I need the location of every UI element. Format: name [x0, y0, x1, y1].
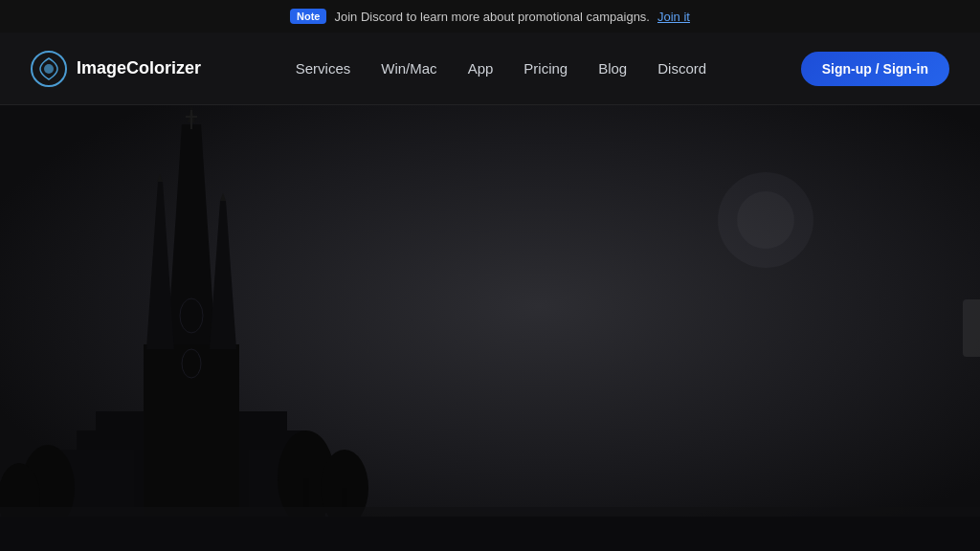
nav-app[interactable]: App: [468, 60, 494, 77]
announcement-bar: Note Join Discord to learn more about pr…: [0, 0, 980, 33]
hero-silhouette: [0, 105, 980, 551]
signup-button[interactable]: Sign-up / Sign-in: [801, 52, 949, 86]
side-panel[interactable]: [963, 299, 980, 357]
navbar: ImageColorizer Services Win/Mac App Pric…: [0, 33, 980, 105]
logo-icon: [31, 51, 67, 87]
nav-winmac[interactable]: Win/Mac: [381, 60, 436, 77]
nav-discord[interactable]: Discord: [657, 60, 706, 77]
svg-rect-27: [0, 507, 980, 551]
hero-section: [0, 105, 980, 551]
announcement-text: Join Discord to learn more about promoti…: [334, 10, 650, 24]
announcement-link[interactable]: Join it: [657, 10, 690, 24]
nav-pricing[interactable]: Pricing: [523, 60, 568, 77]
svg-point-4: [737, 191, 794, 249]
note-badge: Note: [290, 9, 326, 24]
nav-links: Services Win/Mac App Pricing Blog Discor…: [296, 60, 706, 77]
nav-services[interactable]: Services: [296, 60, 351, 77]
svg-point-1: [44, 64, 54, 74]
logo[interactable]: ImageColorizer: [31, 51, 201, 87]
nav-blog[interactable]: Blog: [598, 60, 627, 77]
logo-text: ImageColorizer: [77, 58, 201, 78]
